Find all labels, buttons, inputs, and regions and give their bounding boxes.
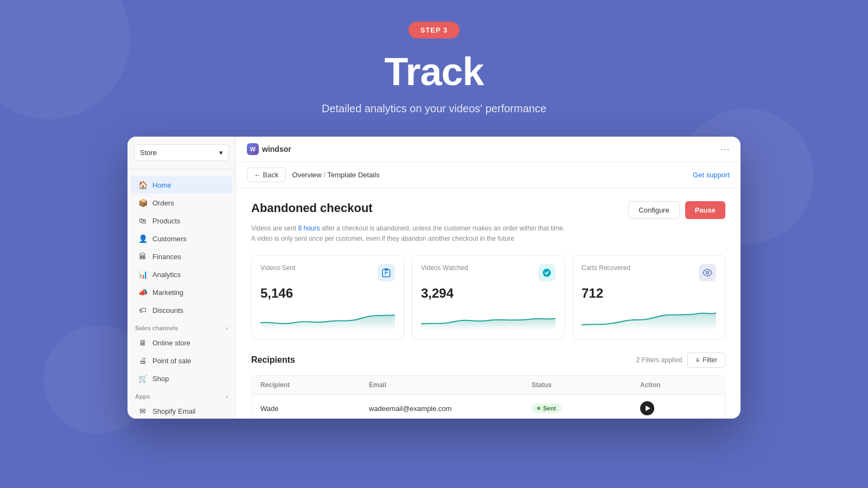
menu-dots[interactable]: ⋯ (720, 143, 730, 155)
shop-icon: 🛒 (138, 374, 147, 383)
sidebar-item-shop[interactable]: 🛒 Shop (131, 370, 232, 387)
recipients-table: Recipient Email Status Action Wade wadee… (251, 375, 725, 419)
sparkline-carts-recovered (582, 306, 716, 330)
sidebar-item-label: Orders (152, 199, 174, 207)
col-status: Status (532, 381, 640, 389)
breadcrumb-bar: ← Back Overview / Template Details Get s… (236, 162, 741, 188)
recipients-header: Recipients 2 Filters applied ≡ Filter (251, 352, 725, 368)
sidebar-item-online-store[interactable]: 🖥 Online store (131, 334, 232, 351)
recipients-title: Recipients (251, 355, 295, 365)
sidebar-item-shopify-email[interactable]: ✉ Shopify Email (131, 402, 232, 419)
status-badge: Sent (532, 403, 561, 413)
col-recipient: Recipient (260, 381, 369, 389)
store-dropdown[interactable]: Store ▾ (134, 144, 229, 161)
analytics-icon: 📊 (138, 270, 147, 279)
store-label: Store (140, 149, 157, 157)
stat-card-header: Carts Recovered (582, 264, 716, 281)
stat-label: Carts Recovered (582, 264, 630, 272)
table-header: Recipient Email Status Action (252, 376, 725, 395)
sidebar-item-label: Discounts (152, 306, 183, 314)
sidebar-item-label: Point of sale (152, 357, 192, 365)
stat-label: Videos Watched (421, 264, 468, 272)
stat-value: 5,146 (260, 286, 395, 301)
section-title: Abandoned checkout (251, 201, 373, 215)
stat-icon-eye (699, 264, 716, 281)
filter-icon: ≡ (695, 356, 699, 364)
discounts-icon: 🏷 (138, 306, 147, 314)
get-support-link[interactable]: Get support (693, 171, 730, 179)
sidebar-item-home[interactable]: 🏠 Home (131, 176, 232, 194)
top-bar-left: W windsor (247, 143, 291, 155)
sidebar-item-label: Products (152, 217, 180, 225)
sidebar-item-analytics[interactable]: 📊 Analytics (131, 266, 232, 283)
app-window: Store ▾ 🏠 Home 📦 Orders 🛍 Products (127, 137, 741, 419)
sidebar-item-label: Home (152, 181, 171, 189)
store-selector[interactable]: Store ▾ (127, 137, 235, 169)
sidebar-item-orders[interactable]: 📦 Orders (131, 194, 232, 211)
filters-applied-text: 2 Filters applied (636, 356, 682, 364)
sidebar-item-label: Finances (152, 253, 181, 261)
configure-button[interactable]: Configure (628, 201, 679, 219)
stat-card-header: Videos Sent (260, 264, 395, 281)
filter-label: Filter (703, 356, 717, 364)
col-email: Email (369, 381, 532, 389)
stats-row: Videos Sent 5,146 (251, 255, 725, 339)
sidebar-item-products[interactable]: 🛍 Products (131, 212, 232, 229)
sidebar-item-customers[interactable]: 👤 Customers (131, 230, 232, 247)
sparkline-videos-sent (260, 306, 395, 330)
sidebar-item-finances[interactable]: 🏛 Finances (131, 248, 232, 265)
breadcrumb: Overview / Template Details (292, 171, 380, 179)
sidebar-item-label: Marketing (152, 288, 183, 297)
breadcrumb-left: ← Back Overview / Template Details (247, 168, 380, 182)
sidebar-item-label: Online store (152, 339, 190, 347)
play-button[interactable] (640, 401, 654, 415)
stat-icon-check (538, 264, 556, 281)
apps-label: Apps › (127, 388, 235, 402)
orders-icon: 📦 (138, 198, 147, 207)
windsor-logo-text: windsor (262, 145, 291, 153)
sidebar-item-label: Shop (152, 375, 169, 383)
recipients-actions: 2 Filters applied ≡ Filter (636, 352, 725, 368)
sidebar-item-point-of-sale[interactable]: 🖨 Point of sale (131, 352, 232, 369)
recipient-email: wadeemail@example.com (369, 404, 532, 413)
chevron-down-icon: ▾ (219, 149, 223, 157)
recipients-section: Recipients 2 Filters applied ≡ Filter Re… (251, 352, 725, 419)
recipient-name: Wade (260, 404, 369, 413)
status-dot (537, 407, 540, 410)
filter-button[interactable]: ≡ Filter (687, 352, 725, 368)
breadcrumb-overview: Overview (292, 171, 322, 179)
finances-icon: 🏛 (138, 252, 147, 261)
products-icon: 🛍 (138, 216, 147, 225)
windsor-logo: W windsor (247, 143, 291, 155)
stat-icon-clipboard (378, 264, 395, 281)
stat-label: Videos Sent (260, 264, 296, 272)
pause-button[interactable]: Pause (685, 201, 725, 219)
expand-icon[interactable]: › (226, 325, 228, 331)
recipient-status: Sent (532, 403, 640, 413)
stat-value: 712 (582, 286, 716, 301)
svg-point-4 (706, 272, 709, 274)
email-icon: ✉ (138, 407, 147, 415)
breadcrumb-current: Template Details (328, 171, 380, 179)
sidebar-item-discounts[interactable]: 🏷 Discounts (131, 301, 232, 319)
stat-card-videos-sent: Videos Sent 5,146 (251, 255, 404, 339)
stat-card-header: Videos Watched (421, 264, 556, 281)
sidebar-item-marketing[interactable]: 📣 Marketing (131, 284, 232, 301)
top-bar: W windsor ⋯ (236, 137, 741, 162)
online-store-icon: 🖥 (138, 338, 147, 347)
sidebar-item-label: Analytics (152, 271, 181, 279)
back-button[interactable]: ← Back (247, 168, 286, 182)
step-badge: STEP 3 (409, 22, 460, 38)
stat-card-videos-watched: Videos Watched 3,294 (412, 255, 565, 339)
sparkline-videos-watched (421, 306, 556, 330)
sidebar-item-label: Shopify Email (152, 407, 195, 415)
recipient-action[interactable] (640, 401, 716, 415)
home-icon: 🏠 (138, 181, 147, 189)
expand-icon[interactable]: › (226, 393, 228, 400)
content-area: Abandoned checkout Configure Pause Video… (236, 188, 741, 419)
sidebar-nav: 🏠 Home 📦 Orders 🛍 Products 👤 Customers 🏛 (127, 169, 235, 419)
col-action: Action (640, 381, 716, 389)
main-content: W windsor ⋯ ← Back Overview / Template D… (236, 137, 741, 419)
main-subtitle: Detailed analytics on your videos' perfo… (322, 102, 546, 115)
section-header: Abandoned checkout Configure Pause (251, 201, 725, 219)
